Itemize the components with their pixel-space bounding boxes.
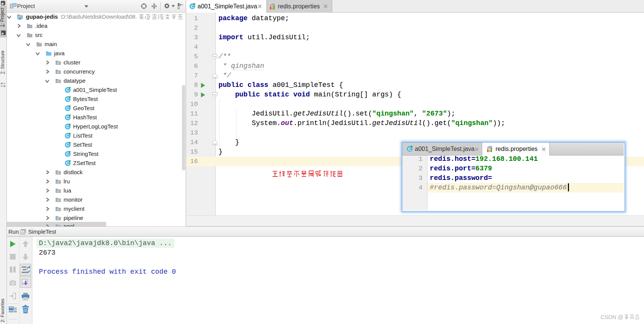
svg-text:C: C: [66, 115, 69, 120]
svg-text:C: C: [191, 4, 194, 9]
svg-text:C: C: [66, 152, 69, 156]
svg-text:C: C: [66, 97, 69, 101]
svg-text:C: C: [66, 161, 69, 165]
svg-text:C: C: [66, 88, 69, 92]
svg-text:C: C: [66, 133, 69, 138]
svg-text:C: C: [66, 124, 69, 129]
svg-text:C: C: [66, 143, 69, 147]
svg-text:C: C: [408, 147, 411, 151]
svg-text:C: C: [66, 106, 69, 111]
